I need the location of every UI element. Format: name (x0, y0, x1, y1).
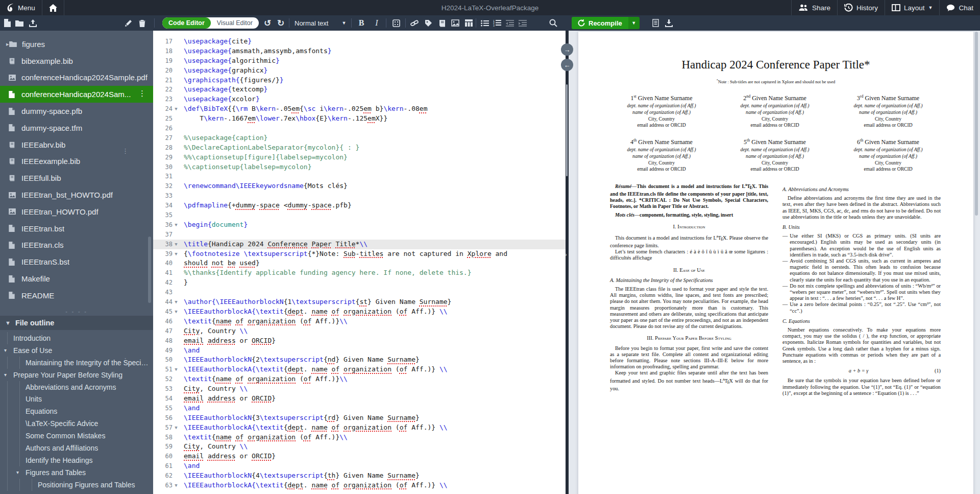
outline-item[interactable]: Some Common Mistakes (0, 430, 153, 442)
outline-item[interactable]: Identify the Headings (0, 454, 153, 466)
fold-caret-icon[interactable]: ▼ (173, 365, 180, 374)
rename-pencil-button[interactable] (122, 15, 135, 31)
fold-caret-icon[interactable]: ▼ (173, 307, 180, 317)
undo-button[interactable]: ↺ (261, 15, 274, 31)
insert-table-button[interactable] (462, 15, 475, 31)
file-tree-item[interactable]: IEEEtran.cls (0, 237, 153, 254)
numbered-list-button[interactable]: 123 (491, 15, 503, 31)
fold-caret-icon[interactable]: ▼ (173, 481, 180, 490)
code-line[interactable]: 27%\usepackage{caption} (153, 133, 567, 143)
increase-indent-button[interactable] (517, 15, 529, 31)
new-folder-button[interactable] (13, 15, 26, 31)
code-line[interactable]: 57▼\IEEEauthorblockA{\textit{dept. name … (153, 423, 567, 433)
code-line[interactable]: 59City, Country \\ (153, 442, 567, 452)
file-tree-item[interactable]: conferenceHandicap2024Sam...⋮ (0, 86, 153, 103)
file-tree-item[interactable]: IEEEtran_HOWTO.pdf (0, 203, 153, 220)
code-line[interactable]: 56\IEEEauthorblockN{3\textsuperscript{rd… (153, 413, 567, 423)
code-line[interactable]: 49\and (153, 346, 567, 356)
code-line[interactable]: 30%\captionsetup{labelsep=mycolon} (153, 162, 567, 172)
code-line[interactable]: 22\usepackage{textcomp} (153, 85, 567, 95)
file-tree-item[interactable]: dummy-space.pfb (0, 103, 153, 120)
outline-item[interactable]: Abbreviations and Acronyms (0, 381, 153, 393)
code-line[interactable]: 20\usepackage{graphicx} (153, 66, 567, 76)
code-line[interactable]: 36▼\begin{document} (153, 220, 567, 230)
outline-item[interactable]: Units (0, 393, 153, 405)
outline-item[interactable]: \LaTeX-Specific Advice (0, 417, 153, 430)
new-file-button[interactable] (1, 15, 13, 31)
bold-button[interactable]: B (355, 15, 368, 31)
outline-item[interactable]: ▾Ease of Use (0, 344, 153, 357)
code-line[interactable]: 17\usepackage{cite} (153, 37, 567, 46)
fold-caret-icon[interactable]: ▼ (173, 220, 180, 230)
home-button[interactable] (42, 0, 64, 15)
code-line[interactable]: 32\renewcommand\IEEEkeywordsname{Mots cl… (153, 181, 567, 191)
pdf-download-button[interactable] (663, 15, 675, 31)
decrease-indent-button[interactable] (504, 15, 516, 31)
file-tree-item[interactable]: IEEEexample.bib (0, 153, 153, 170)
delete-trash-button[interactable] (136, 15, 148, 31)
code-line[interactable]: 19\usepackage{algorithmic} (153, 56, 567, 66)
code-line[interactable]: 54email address or ORCID} (153, 394, 567, 404)
pdf-logs-button[interactable] (649, 15, 662, 31)
code-line[interactable]: 24▼\def\BibTeX{{\rm B\kern-.05em{\sc i\k… (153, 104, 567, 114)
code-line[interactable]: 31 (153, 172, 567, 181)
code-line[interactable]: 52\textit{name of organization (of Aff.)… (153, 374, 567, 384)
history-button[interactable]: History (837, 0, 885, 15)
code-line[interactable]: 62\IEEEauthorblockN{4\textsuperscript{th… (153, 471, 567, 481)
file-menu-kebab-icon[interactable]: ⋮ (138, 89, 146, 98)
code-line[interactable]: 63▼\IEEEauthorblockA{\textit{dept. name … (153, 481, 567, 490)
outline-item[interactable]: ▾Prepare Your Paper Before Styling (0, 369, 153, 381)
fold-caret-icon[interactable]: ▼ (173, 423, 180, 433)
fold-caret-icon[interactable]: ▼ (173, 297, 180, 307)
outline-resize-handle[interactable]: ◦ ◦ ◦ ◦ (0, 310, 153, 313)
recompile-options-caret[interactable]: ▼ (628, 17, 640, 29)
search-button[interactable] (547, 15, 559, 31)
code-line[interactable]: 44▼\author{\IEEEauthorblockN{1\textsuper… (153, 297, 567, 307)
file-tree-item[interactable]: README (0, 287, 153, 304)
fold-caret-icon[interactable]: ▼ (173, 249, 180, 259)
file-tree-item[interactable]: IEEEabrv.bib (0, 136, 153, 153)
upload-button[interactable] (27, 15, 39, 31)
code-editor-pane[interactable]: 17\usepackage{cite}18\usepackage{amsmath… (153, 31, 567, 494)
code-line[interactable]: 39▼{\footnotesize \textsuperscript{*}Not… (153, 249, 567, 259)
code-line[interactable]: 21\graphicspath{{figures/}} (153, 76, 567, 85)
code-line[interactable]: 35 (153, 210, 567, 220)
outline-item[interactable]: Maintaining the Integrity of the Specifi… (0, 357, 153, 369)
layout-button[interactable]: Layout ▼ (885, 0, 939, 15)
code-line[interactable]: 48email address or ORCID} (153, 336, 567, 346)
code-line[interactable]: 26 (153, 124, 567, 133)
math-button[interactable] (390, 15, 402, 31)
code-line[interactable]: 29%%\captionsetup[figure]{labelsep=mycol… (153, 153, 567, 162)
code-line[interactable]: 33 (153, 191, 567, 201)
redo-button[interactable]: ↻ (275, 15, 287, 31)
code-line[interactable]: 25 T\kern-.1667em\lower.7ex\hbox{E}\kern… (153, 114, 567, 124)
paragraph-style-dropdown[interactable]: Normal text ▼ (295, 15, 346, 31)
file-outline-header[interactable]: ▼ File outline (0, 316, 153, 330)
code-line[interactable]: 50\IEEEauthorblockN{2\textsuperscript{nd… (153, 355, 567, 365)
share-button[interactable]: Share (791, 0, 837, 15)
fold-caret-icon[interactable]: ▼ (173, 240, 180, 249)
code-line[interactable]: 34\pdfmapline{+dummy-space <dummy-space.… (153, 201, 567, 210)
code-line[interactable]: 58\textit{name of organization (of Aff.)… (153, 433, 567, 442)
fold-caret-icon[interactable]: ▼ (173, 104, 180, 114)
code-line[interactable]: 23\usepackage{xcolor} (153, 95, 567, 104)
outline-item[interactable]: Authors and Affiliations (0, 442, 153, 454)
code-line[interactable]: 18\usepackage{amsmath,amssymb,amsfonts} (153, 46, 567, 56)
code-line[interactable]: 46\textit{name of organization (of Aff.)… (153, 317, 567, 326)
code-line[interactable]: 61\and (153, 461, 567, 471)
pdf-scrollbar[interactable] (975, 32, 978, 216)
bullet-list-button[interactable] (479, 15, 491, 31)
outline-item[interactable]: Equations (0, 405, 153, 417)
pane-divider[interactable]: → ← › (566, 31, 569, 494)
chat-button[interactable]: Chat (939, 0, 980, 15)
code-editor-tab[interactable]: Code Editor (162, 17, 211, 29)
code-line[interactable]: 42} (153, 278, 567, 288)
editor-scrollbar[interactable] (566, 84, 568, 176)
file-tree-item[interactable]: bibexample.bib (0, 53, 153, 69)
file-tree-scrollbar[interactable] (148, 237, 151, 303)
code-line[interactable]: 38▼\title{Handicap 2024 Conference Paper… (153, 240, 567, 249)
code-line[interactable]: 53City, Country \\ (153, 384, 567, 394)
file-tree-item[interactable]: IEEEfull.bib (0, 170, 153, 186)
code-line[interactable]: 28%\DeclareCaptionLabelSeparator{mycolon… (153, 143, 567, 153)
italic-button[interactable]: I (371, 15, 383, 31)
